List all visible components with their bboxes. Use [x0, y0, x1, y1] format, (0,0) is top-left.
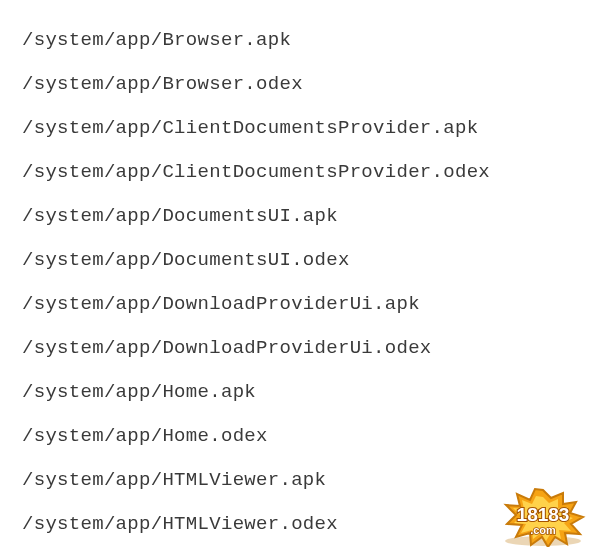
file-item: /system/app/Home.odex — [22, 414, 585, 458]
file-item: /system/app/ClientDocumentsProvider.apk — [22, 106, 585, 150]
file-item: /system/app/DocumentsUI.odex — [22, 238, 585, 282]
file-item: /system/app/Home.apk — [22, 370, 585, 414]
file-item: /system/app/HTMLViewer.odex — [22, 502, 585, 546]
file-item: /system/app/DocumentsUI.apk — [22, 194, 585, 238]
file-item: /system/app/DownloadProviderUi.odex — [22, 326, 585, 370]
file-item: /system/app/HTMLViewer.apk — [22, 458, 585, 502]
file-item: /system/app/Browser.odex — [22, 62, 585, 106]
file-item: /system/app/Browser.apk — [22, 18, 585, 62]
file-list: /system/app/Browser.apk /system/app/Brow… — [0, 0, 595, 549]
file-item: /system/app/DownloadProviderUi.apk — [22, 282, 585, 326]
file-item: /system/app/ClientDocumentsProvider.odex — [22, 150, 585, 194]
